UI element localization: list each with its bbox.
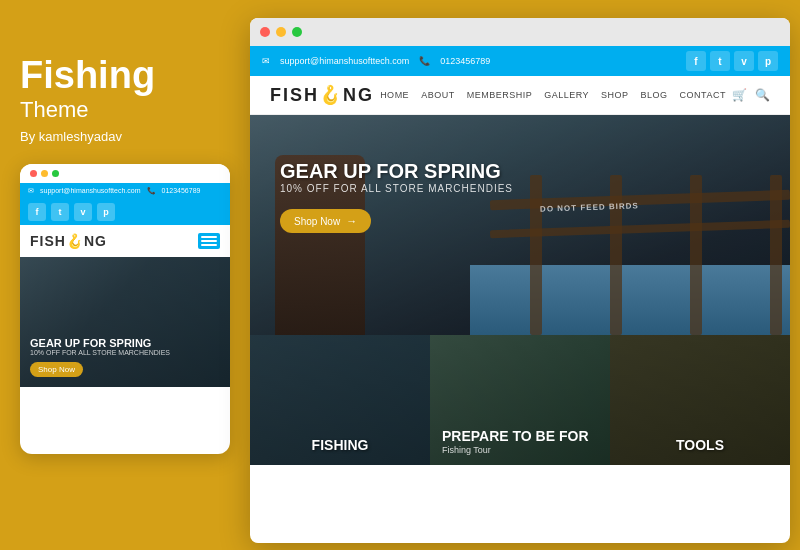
nav-contact[interactable]: CONTACT	[680, 90, 726, 100]
card-prepare-title: PREPARE TO BE FOR	[442, 428, 598, 445]
browser-facebook-icon[interactable]: f	[686, 51, 706, 71]
mobile-mockup: ✉ support@himanshusofttech.com 📞 0123456…	[20, 164, 230, 454]
mobile-logo-hook: 🪝	[66, 233, 84, 249]
browser-twitter-icon[interactable]: t	[710, 51, 730, 71]
mobile-info-bar: ✉ support@himanshusofttech.com 📞 0123456…	[20, 183, 230, 199]
mobile-hamburger-button[interactable]	[198, 233, 220, 249]
nav-shop[interactable]: SHOP	[601, 90, 629, 100]
browser-info-bar: ✉ support@himanshusofttech.com 📞 0123456…	[250, 46, 790, 76]
card-fishing-label: FISHING	[250, 437, 430, 453]
left-panel: Fishing Theme By kamleshyadav ✉ support@…	[20, 55, 220, 454]
card-tools: TOOLS	[610, 335, 790, 465]
brand-author: By kamleshyadav	[20, 129, 220, 144]
mobile-dot-red	[30, 170, 37, 177]
mobile-hero-subtitle: 10% OFF FOR ALL STORE MARCHENDIES	[30, 349, 220, 356]
nav-membership[interactable]: MEMBERSHIP	[467, 90, 533, 100]
hero-shop-button[interactable]: Shop Now	[280, 209, 371, 233]
browser-email: support@himanshusofttech.com	[280, 56, 409, 66]
browser-nav-icons: 🛒 🔍	[732, 88, 770, 102]
browser-dot-red	[260, 27, 270, 37]
nav-blog[interactable]: BLOG	[641, 90, 668, 100]
fence-post-1	[530, 175, 542, 335]
water-background	[470, 265, 790, 335]
search-icon[interactable]: 🔍	[755, 88, 770, 102]
hero-main-title: GEAR UP FOR SPRING	[280, 160, 513, 183]
browser-logo: FISH🪝NG	[270, 84, 374, 106]
card-prepare-overlay: PREPARE TO BE FOR Fishing Tour	[430, 418, 610, 465]
mobile-hero: GEAR UP FOR SPRING 10% OFF FOR ALL STORE…	[20, 257, 230, 387]
hamburger-line-1	[201, 236, 217, 238]
fence-post-3	[690, 175, 702, 335]
fence-post-4	[770, 175, 782, 335]
card-tools-label: TOOLS	[610, 437, 790, 453]
hero-shop-label: Shop Now	[294, 216, 340, 227]
card-fishing-boat: FISHING	[250, 335, 430, 465]
browser-nav-links: HOME ABOUT MEMBERSHIP GALLERY SHOP BLOG …	[380, 90, 726, 100]
mobile-email: support@himanshusofttech.com	[40, 187, 141, 194]
mobile-pinterest-icon[interactable]: p	[97, 203, 115, 221]
bottom-cards: FISHING PREPARE TO BE FOR Fishing Tour T…	[250, 335, 790, 465]
nav-about[interactable]: ABOUT	[421, 90, 455, 100]
mobile-envelope-icon: ✉	[28, 187, 34, 195]
browser-window: ✉ support@himanshusofttech.com 📞 0123456…	[250, 18, 790, 543]
brand-title: Fishing	[20, 55, 220, 97]
browser-vimeo-icon[interactable]: v	[734, 51, 754, 71]
card-prepare-fishing: PREPARE TO BE FOR Fishing Tour	[430, 335, 610, 465]
browser-hero: DO NOT FEED BIRDS GEAR UP FOR SPRING 10%…	[250, 115, 790, 335]
hamburger-line-3	[201, 244, 217, 246]
mobile-phone-icon: 📞	[147, 187, 156, 195]
mobile-shop-label: Shop Now	[38, 365, 75, 374]
browser-phone-icon: 📞	[419, 56, 430, 66]
nav-home[interactable]: HOME	[380, 90, 409, 100]
mobile-shop-button[interactable]: Shop Now	[30, 362, 83, 377]
nav-gallery[interactable]: GALLERY	[544, 90, 589, 100]
mobile-hero-title: GEAR UP FOR SPRING	[30, 337, 220, 349]
mobile-phone: 0123456789	[162, 187, 201, 194]
browser-pinterest-icon[interactable]: p	[758, 51, 778, 71]
browser-dot-green	[292, 27, 302, 37]
mobile-logo: FISH🪝NG	[30, 233, 107, 249]
browser-envelope-icon: ✉	[262, 56, 270, 66]
mobile-vimeo-icon[interactable]: v	[74, 203, 92, 221]
browser-navbar: FISH🪝NG HOME ABOUT MEMBERSHIP GALLERY SH…	[250, 76, 790, 115]
mobile-dot-yellow	[41, 170, 48, 177]
brand-subtitle: Theme	[20, 97, 220, 123]
hamburger-line-2	[201, 240, 217, 242]
mobile-facebook-icon[interactable]: f	[28, 203, 46, 221]
card-prepare-subtitle: Fishing Tour	[442, 445, 598, 455]
browser-logo-hook: 🪝	[319, 85, 343, 105]
browser-info-left: ✉ support@himanshusofttech.com 📞 0123456…	[262, 56, 490, 66]
mobile-social-bar: f t v p	[20, 199, 230, 225]
browser-social-icons: f t v p	[686, 51, 778, 71]
pier-visual: DO NOT FEED BIRDS	[470, 115, 790, 335]
hero-subtitle: 10% OFF FOR ALL STORE MARCHENDIES	[280, 183, 513, 194]
cart-icon[interactable]: 🛒	[732, 88, 747, 102]
mobile-title-bar	[20, 164, 230, 183]
browser-phone: 0123456789	[440, 56, 490, 66]
mobile-twitter-icon[interactable]: t	[51, 203, 69, 221]
browser-title-bar	[250, 18, 790, 46]
browser-dot-yellow	[276, 27, 286, 37]
hero-text-block: GEAR UP FOR SPRING 10% OFF FOR ALL STORE…	[280, 160, 513, 233]
fence-post-2	[610, 175, 622, 335]
mobile-dot-green	[52, 170, 59, 177]
mobile-navbar: FISH🪝NG	[20, 225, 230, 257]
